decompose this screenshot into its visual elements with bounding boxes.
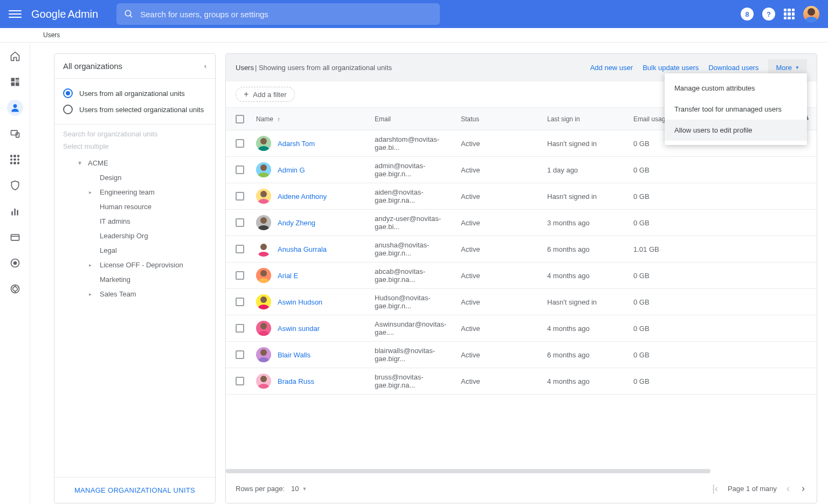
rail-home-icon[interactable] <box>7 48 23 64</box>
user-usage: 0 GB <box>629 289 795 315</box>
row-checkbox[interactable] <box>236 377 244 385</box>
column-status[interactable]: Status <box>457 108 543 130</box>
logo[interactable]: Google Admin <box>31 8 98 20</box>
profile-avatar[interactable] <box>803 6 819 22</box>
user-signin: 4 months ago <box>543 315 629 342</box>
row-checkbox[interactable] <box>236 271 244 280</box>
radio-selected-units[interactable]: Users from selected organizational units <box>63 101 206 118</box>
tree-item[interactable]: IT admins <box>61 214 209 229</box>
svg-rect-13 <box>11 234 19 240</box>
add-user-link[interactable]: Add new user <box>590 64 633 72</box>
user-status: Active <box>457 130 543 157</box>
dropdown-item[interactable]: Allow users to edit profile <box>665 120 807 141</box>
search-input[interactable] <box>140 10 432 19</box>
tree-item[interactable]: Human resource <box>61 199 209 214</box>
rail-reports-icon[interactable] <box>7 203 23 219</box>
user-usage: 0 GB <box>629 368 795 395</box>
apps-grid-icon[interactable] <box>784 9 795 19</box>
rail-devices-icon[interactable] <box>7 126 23 142</box>
collapse-icon[interactable]: ‹ <box>204 62 206 70</box>
row-checkbox[interactable] <box>236 218 244 227</box>
row-checkbox[interactable] <box>236 298 244 306</box>
row-checkbox[interactable] <box>236 139 244 148</box>
rail-dashboard-icon[interactable] <box>7 74 23 90</box>
user-name-link[interactable]: Brada Russ <box>278 377 314 385</box>
user-name-link[interactable]: Blair Walls <box>278 351 310 359</box>
table-row[interactable]: .uavatar[style*='#f8bbd0']::after{backgr… <box>226 368 817 395</box>
users-table: Name ↑ Email Status Last sign in Email u… <box>226 107 817 395</box>
next-page-icon[interactable]: › <box>799 481 807 496</box>
row-checkbox[interactable] <box>236 350 244 359</box>
radio-label: Users from all organizational units <box>79 89 185 98</box>
horizontal-scrollbar[interactable] <box>226 469 817 474</box>
user-name-link[interactable]: Anusha Gurrala <box>278 245 327 253</box>
radio-all-units[interactable]: Users from all organizational units <box>63 85 206 101</box>
help-icon[interactable]: ? <box>762 8 775 20</box>
first-page-icon[interactable]: |‹ <box>710 481 720 496</box>
column-signin[interactable]: Last sign in <box>543 108 629 130</box>
tree-item[interactable]: ▸Engineering team <box>61 185 209 199</box>
dropdown-item[interactable]: Manage custom attributes <box>665 78 807 99</box>
row-checkbox[interactable] <box>236 245 244 253</box>
rail-apps-icon[interactable] <box>7 151 23 168</box>
tree-item[interactable]: Leadership Org <box>61 229 209 243</box>
tree-item[interactable]: ▸Sales Team <box>61 287 209 301</box>
rows-per-page-select[interactable]: 10 ▼ <box>291 485 307 493</box>
column-email[interactable]: Email <box>370 108 457 130</box>
table-row[interactable]: .uavatar[style*='#ff8a65']::after{backgr… <box>226 263 817 289</box>
radio-label: Users from selected organizational units <box>79 106 204 114</box>
tree-item[interactable]: ▸License OFF - Deprovision <box>61 258 209 272</box>
chevron-right-icon: ▸ <box>89 262 100 268</box>
tree-item[interactable]: Design <box>61 170 209 185</box>
prev-page-icon[interactable]: ‹ <box>784 481 792 496</box>
search-box[interactable] <box>116 3 440 25</box>
user-name-link[interactable]: Admin G <box>278 166 305 174</box>
user-name-link[interactable]: Andy Zheng <box>278 219 315 227</box>
table-row[interactable]: .uavatar[style*='#ffe082']::after{backgr… <box>226 183 817 210</box>
download-users-link[interactable]: Download users <box>708 64 758 72</box>
rail-security-icon[interactable] <box>7 177 23 194</box>
user-name-link[interactable]: Aswin sundar <box>278 325 320 333</box>
user-name-link[interactable]: Aidene Anthony <box>278 192 327 201</box>
manage-org-units-button[interactable]: MANAGE ORGANIZATIONAL UNITS <box>54 477 215 503</box>
row-checkbox[interactable] <box>236 165 244 174</box>
menu-icon[interactable] <box>9 8 22 20</box>
table-row[interactable]: .uavatar[style*='#81d4fa']::after{backgr… <box>226 157 817 183</box>
add-filter-button[interactable]: + Add a filter <box>236 87 295 102</box>
more-label: More <box>776 64 792 72</box>
rail-users-icon[interactable] <box>7 100 23 116</box>
select-multiple-link[interactable]: Select multiple <box>54 140 215 156</box>
tree-item[interactable]: Legal <box>61 243 209 258</box>
table-row[interactable]: .uavatar[style*='#bdbdbd']::after{backgr… <box>226 210 817 236</box>
column-name[interactable]: Name ↑ <box>252 108 370 130</box>
rail-account-icon[interactable] <box>7 255 23 271</box>
svg-rect-11 <box>14 209 16 216</box>
tree-label: Design <box>100 174 121 182</box>
account-badge[interactable]: 8 <box>741 8 754 20</box>
rail-admin-icon[interactable] <box>7 281 23 297</box>
user-signin: 4 months ago <box>543 263 629 289</box>
table-row[interactable]: .uavatar[style*='#ffeb3b']::after{backgr… <box>226 289 817 315</box>
tree-label: Human resource <box>100 203 151 211</box>
dropdown-item[interactable]: Transfer tool for unmanaged users <box>665 99 807 120</box>
user-name-link[interactable]: Adarsh Tom <box>278 140 315 148</box>
user-name-link[interactable]: Aswin Hudson <box>278 298 322 306</box>
bulk-update-link[interactable]: Bulk update users <box>643 64 699 72</box>
select-all-checkbox[interactable] <box>236 115 244 123</box>
user-name-link[interactable]: Arial E <box>278 272 298 280</box>
table-row[interactable]: .uavatar[style*='#f06292']::after{backgr… <box>226 315 817 342</box>
user-avatar: .uavatar[style*='#ffffff']::after{backgr… <box>256 241 271 257</box>
tree-label: ACME <box>88 159 108 167</box>
add-filter-label: Add a filter <box>253 91 286 99</box>
tree-root[interactable]: ▼ ACME <box>61 156 209 170</box>
row-checkbox[interactable] <box>236 192 244 201</box>
tree-item[interactable]: Marketing <box>61 272 209 287</box>
user-usage: 1.01 GB <box>629 236 795 263</box>
table-row[interactable]: .uavatar[style*='#ce93d8']::after{backgr… <box>226 342 817 368</box>
row-checkbox[interactable] <box>236 324 244 333</box>
org-search-input[interactable] <box>63 130 206 138</box>
table-row[interactable]: .uavatar[style*='#ffffff']::after{backgr… <box>226 236 817 263</box>
chevron-down-icon: ▼ <box>77 160 88 166</box>
rail-billing-icon[interactable] <box>7 229 23 245</box>
header-actions: 8 ? <box>741 6 819 22</box>
